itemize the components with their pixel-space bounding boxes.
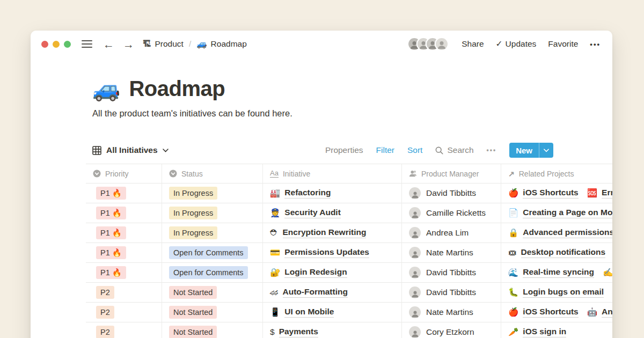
product-manager-cell[interactable]: David Tibbitts <box>402 183 501 203</box>
forward-icon[interactable]: → <box>123 39 134 50</box>
priority-cell[interactable]: P1 🔥 <box>86 183 162 203</box>
priority-tag[interactable]: P1 🔥 <box>96 246 126 259</box>
priority-cell[interactable]: P1 🔥 <box>86 203 162 223</box>
initiative-link[interactable]: 🏭 Refactoring <box>270 188 331 199</box>
table-row[interactable]: P2 Not Started 📱 UI on Mobile Nate Marti… <box>86 303 612 322</box>
status-tag[interactable]: In Progress <box>169 207 217 219</box>
status-cell[interactable]: In Progress <box>162 183 263 203</box>
new-dropdown-icon[interactable] <box>539 143 553 158</box>
initiative-cell[interactable]: 🔐 Login Redesign <box>263 263 402 282</box>
priority-tag[interactable]: P1 🔥 <box>96 207 126 219</box>
related-project-link[interactable]: 🥕iOS sign in <box>508 327 566 337</box>
product-manager-cell[interactable]: David Tibbitts <box>402 283 501 302</box>
status-tag[interactable]: In Progress <box>169 187 217 200</box>
priority-tag[interactable]: P2 <box>96 286 114 299</box>
status-tag[interactable]: In Progress <box>169 226 217 239</box>
initiative-link[interactable]: 🏎 Auto-Formatting <box>270 287 348 298</box>
initiative-cell[interactable]: $ Payments <box>263 322 402 338</box>
initiative-link[interactable]: 👮 Security Audit <box>270 208 341 218</box>
priority-cell[interactable]: P1 🔥 <box>86 263 162 282</box>
related-project-link[interactable]: 🍎iOS Shortcuts <box>508 307 579 318</box>
priority-cell[interactable]: P1 🔥 <box>86 223 162 243</box>
related-project-link[interactable]: 🎟Desktop notifications <box>508 247 605 258</box>
related-projects-cell[interactable]: 🐛Login bugs on email🆘 <box>501 283 612 302</box>
initiative-link[interactable]: 💳 Permissions Updates <box>270 247 369 258</box>
status-tag[interactable]: Open for Comments <box>169 266 248 279</box>
table-row[interactable]: P1 🔥 Open for Comments 🔐 Login Redesign … <box>86 263 612 283</box>
related-project-link[interactable]: 🔒Advanced permissions <box>508 227 612 238</box>
sort-button[interactable]: Sort <box>407 145 422 155</box>
table-row[interactable]: P1 🔥 In Progress 👮 Security Audit Camill… <box>86 203 612 223</box>
initiative-link[interactable]: $ Payments <box>270 327 318 337</box>
zoom-window-icon[interactable] <box>64 41 71 48</box>
related-projects-cell[interactable]: 🌊Real-time syncing✍ <box>501 263 612 282</box>
column-header-initiative[interactable]: Aa Initiative <box>263 164 402 183</box>
product-manager-cell[interactable]: Cory Etzkorn <box>402 322 501 338</box>
breadcrumb-current[interactable]: 🚙 Roadmap <box>196 39 247 49</box>
priority-tag[interactable]: P1 🔥 <box>96 187 126 200</box>
initiative-link[interactable]: 📱 UI on Mobile <box>270 307 334 318</box>
product-manager-cell[interactable]: Nate Martins <box>402 303 501 322</box>
page-icon[interactable]: 🚙 <box>92 78 120 100</box>
table-row[interactable]: P1 🔥 In Progress 🏭 Refactoring David Tib… <box>86 183 612 203</box>
minimize-window-icon[interactable] <box>53 41 60 48</box>
related-projects-cell[interactable]: 🔒Advanced permissions <box>501 223 612 243</box>
status-tag[interactable]: Open for Comments <box>169 246 248 259</box>
back-icon[interactable]: ← <box>103 39 114 50</box>
initiative-cell[interactable]: 💳 Permissions Updates <box>263 243 402 262</box>
initiative-cell[interactable]: 🏭 Refactoring <box>263 183 402 203</box>
status-cell[interactable]: Not Started <box>162 322 263 338</box>
product-manager-cell[interactable]: David Tibbitts <box>402 263 501 282</box>
menu-icon[interactable] <box>82 40 92 48</box>
status-cell[interactable]: Open for Comments <box>162 243 263 262</box>
initiative-link[interactable]: 🔐 Login Redesign <box>270 267 347 278</box>
table-row[interactable]: P1 🔥 In Progress ⛑ Encryption Rewriting … <box>86 223 612 243</box>
status-cell[interactable]: Open for Comments <box>162 263 263 282</box>
related-project-link[interactable]: 🆘Erro <box>587 188 612 199</box>
search-button[interactable]: Search <box>435 145 473 155</box>
initiative-link[interactable]: ⛑ Encryption Rewriting <box>270 227 366 238</box>
close-window-icon[interactable] <box>41 41 48 48</box>
initiative-cell[interactable]: 📱 UI on Mobile <box>263 303 402 322</box>
related-projects-cell[interactable]: 📄Creating a Page on Mob <box>501 203 612 223</box>
related-projects-cell[interactable]: 🎟Desktop notifications <box>501 243 612 262</box>
related-project-link[interactable]: 🐛Login bugs on email <box>508 287 604 298</box>
related-project-link[interactable]: ✍ <box>603 268 612 277</box>
related-projects-cell[interactable]: 🍎iOS Shortcuts🤖And <box>501 303 612 322</box>
new-button[interactable]: New <box>509 143 553 158</box>
related-project-link[interactable]: 🤖And <box>587 307 612 318</box>
more-options-icon[interactable]: ••• <box>590 40 601 48</box>
status-cell[interactable]: Not Started <box>162 283 263 302</box>
column-header-related-projects[interactable]: ↗ Related Projects <box>501 164 612 183</box>
status-cell[interactable]: Not Started <box>162 303 263 322</box>
properties-button[interactable]: Properties <box>325 145 363 155</box>
related-projects-cell[interactable]: 🍎iOS Shortcuts🆘Erro <box>501 183 612 203</box>
table-row[interactable]: P2 Not Started 🏎 Auto-Formatting David T… <box>86 283 612 303</box>
product-manager-cell[interactable]: Nate Martins <box>402 243 501 262</box>
initiative-cell[interactable]: 🏎 Auto-Formatting <box>263 283 402 302</box>
status-cell[interactable]: In Progress <box>162 203 263 223</box>
product-manager-cell[interactable]: Andrea Lim <box>402 223 501 243</box>
table-row[interactable]: P2 Not Started $ Payments Cory Etzkorn 🥕… <box>86 322 612 338</box>
related-projects-cell[interactable]: 🥕iOS sign in <box>501 322 612 338</box>
table-row[interactable]: P1 🔥 Open for Comments 💳 Permissions Upd… <box>86 243 612 263</box>
related-project-link[interactable]: 📄Creating a Page on Mob <box>508 208 612 218</box>
priority-tag[interactable]: P1 🔥 <box>96 266 126 279</box>
related-project-link[interactable]: 🍎iOS Shortcuts <box>508 188 579 199</box>
column-header-priority[interactable]: Priority <box>86 164 162 183</box>
status-cell[interactable]: In Progress <box>162 223 263 243</box>
share-button[interactable]: Share <box>462 39 484 49</box>
priority-tag[interactable]: P2 <box>96 326 114 338</box>
view-more-icon[interactable]: ••• <box>487 146 497 154</box>
initiative-cell[interactable]: 👮 Security Audit <box>263 203 402 223</box>
updates-button[interactable]: ✓Updates <box>496 39 537 49</box>
priority-tag[interactable]: P2 <box>96 306 114 319</box>
filter-button[interactable]: Filter <box>376 145 394 155</box>
priority-cell[interactable]: P2 <box>86 303 162 322</box>
initiative-cell[interactable]: ⛑ Encryption Rewriting <box>263 223 402 243</box>
priority-cell[interactable]: P2 <box>86 283 162 302</box>
breadcrumb-parent[interactable]: 🏗 Product <box>143 39 184 49</box>
priority-cell[interactable]: P2 <box>86 322 162 338</box>
status-tag[interactable]: Not Started <box>169 286 217 299</box>
favorite-button[interactable]: Favorite <box>548 39 578 49</box>
